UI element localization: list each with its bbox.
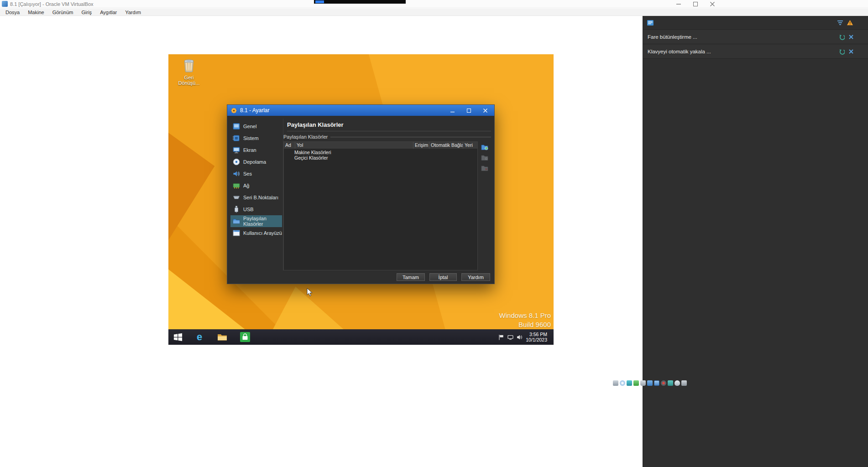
store-icon <box>240 332 250 342</box>
edit-shared-folder-icon[interactable] <box>481 153 489 161</box>
close-icon[interactable] <box>848 48 854 55</box>
undo-icon[interactable] <box>838 34 845 40</box>
usb-status-icon[interactable] <box>640 380 646 386</box>
general-icon <box>232 122 241 130</box>
remove-shared-folder-icon[interactable] <box>481 164 489 172</box>
internet-explorer-button[interactable]: e <box>192 329 207 345</box>
table-row[interactable]: Makine Klasörleri <box>284 150 477 155</box>
notifications-log-icon[interactable] <box>647 19 654 28</box>
sidebar-item-sistem[interactable]: Sistem <box>230 132 282 144</box>
sidebar-item-ekran[interactable]: Ekran <box>230 144 282 156</box>
column-header-erisim[interactable]: Erişim <box>413 142 429 149</box>
sidebar-item-label: Genel <box>243 124 256 129</box>
menu-makine[interactable]: Makine <box>24 9 48 16</box>
sidebar-item-depolama[interactable]: Depolama <box>230 156 282 168</box>
store-button[interactable] <box>237 329 253 345</box>
sidebar-item-usb[interactable]: USB <box>230 203 282 215</box>
keyboard-status-icon[interactable] <box>681 380 687 386</box>
start-button[interactable] <box>170 329 186 345</box>
hdd-icon[interactable] <box>613 380 618 386</box>
notification-panel-header <box>643 16 868 30</box>
notification-panel: Fare bütünleştirme ... Klavyeyi otomatik… <box>643 16 868 467</box>
sidebar-item-seri-noktalari[interactable]: Seri B.Noktaları <box>230 192 282 203</box>
sidebar-item-label: Kullanıcı Arayüzü <box>243 230 282 236</box>
shared-folders-icon <box>232 217 241 225</box>
filter-icon[interactable] <box>837 20 843 28</box>
user-interface-icon <box>232 229 241 237</box>
menu-dosya[interactable]: Dosya <box>1 9 24 16</box>
warning-icon[interactable] <box>847 19 853 28</box>
minimize-icon[interactable] <box>670 0 687 8</box>
table-header: Ad Yol Erişim Otomatik Bağla Yeri <box>284 142 477 149</box>
system-tray: 3:56 PM 10/1/2023 <box>498 329 547 345</box>
usb-icon <box>232 205 241 213</box>
volume-icon[interactable] <box>517 334 523 340</box>
mouse-cursor <box>307 288 313 299</box>
mouse-status-icon[interactable] <box>675 380 680 386</box>
menu-aygitlar[interactable]: Aygıtlar <box>96 9 121 16</box>
sidebar-item-ag[interactable]: Ağ <box>230 180 282 192</box>
sidebar-item-kullanici-arayuzu[interactable]: Kullanıcı Arayüzü <box>230 227 282 239</box>
undo-icon[interactable] <box>838 48 845 55</box>
recording-status-icon[interactable] <box>661 380 666 386</box>
display-icon <box>232 146 241 154</box>
column-header-otomatik-bagla[interactable]: Otomatik Bağla <box>429 142 463 149</box>
action-center-flag-icon[interactable] <box>498 334 504 340</box>
iptal-button[interactable]: İptal <box>429 273 457 281</box>
sidebar-item-label: Sistem <box>243 135 259 141</box>
sidebar-item-label: Ses <box>243 171 252 176</box>
virtualbox-app-icon <box>2 1 8 7</box>
close-icon[interactable] <box>704 0 721 8</box>
sidebar-item-ses[interactable]: Ses <box>230 168 282 180</box>
shared-folder-toolbar <box>481 143 489 172</box>
recycle-bin[interactable]: Geri Dönüşü... <box>174 57 204 86</box>
recycle-bin-icon <box>182 57 196 73</box>
menu-bar: Dosya Makine Görünüm Giriş Aygıtlar Yard… <box>0 9 868 16</box>
sidebar-item-label: Seri B.Noktaları <box>243 195 278 200</box>
network-status-icon[interactable] <box>633 380 639 386</box>
clock-date: 10/1/2023 <box>526 337 547 342</box>
menu-yardim[interactable]: Yardım <box>121 9 145 16</box>
shared-folders-status-icon[interactable] <box>647 380 653 386</box>
sidebar-item-label: Ağ <box>243 183 249 188</box>
column-header-yol[interactable]: Yol <box>295 142 413 149</box>
column-header-ad[interactable]: Ad <box>284 142 295 149</box>
network-tray-icon[interactable] <box>507 334 513 340</box>
shared-folders-table[interactable]: Ad Yol Erişim Otomatik Bağla Yeri Makine… <box>283 141 478 270</box>
tamam-button[interactable]: Tamam <box>397 273 425 281</box>
table-row[interactable]: Geçici Klasörler <box>284 155 477 161</box>
audio-status-icon[interactable] <box>627 380 632 386</box>
sidebar-item-genel[interactable]: Genel <box>230 120 282 132</box>
display-status-icon[interactable] <box>654 380 659 386</box>
dialog-titlebar[interactable]: 8.1 - Ayarlar <box>227 105 494 116</box>
taskbar-clock[interactable]: 3:56 PM 10/1/2023 <box>526 332 547 342</box>
close-icon[interactable] <box>848 34 854 40</box>
folder-icon <box>217 333 227 341</box>
maximize-icon[interactable] <box>687 0 704 8</box>
menu-giris[interactable]: Giriş <box>78 9 96 16</box>
window-title: 8.1 [Çalışıyor] - Oracle VM VirtualBox <box>10 1 94 7</box>
menu-gorunum[interactable]: Görünüm <box>48 9 78 16</box>
recycle-bin-label-line2: Dönüşü... <box>174 80 204 86</box>
settings-nav: Genel Sistem Ekran Depolama Ses <box>230 120 282 239</box>
notification-label: Fare bütünleştirme ... <box>648 30 697 44</box>
status-bar-icons <box>613 380 687 386</box>
add-shared-folder-icon[interactable] <box>481 143 489 151</box>
dialog-close-icon[interactable] <box>477 105 493 116</box>
notification-row: Klavyeyi otomatik yakala ... <box>643 44 868 59</box>
notification-row: Fare bütünleştirme ... <box>643 30 868 44</box>
audio-icon <box>232 170 241 178</box>
dialog-window-controls <box>444 105 493 116</box>
sidebar-item-paylasilan-klasorler[interactable]: Paylaşılan Klasörler <box>230 215 282 227</box>
sidebar-item-label: USB <box>243 207 254 212</box>
column-header-yeri[interactable]: Yeri <box>463 142 477 149</box>
virtualbox-window: 8.1 [Çalışıyor] - Oracle VM VirtualBox D… <box>0 0 868 467</box>
guest-taskbar: e <box>168 329 554 345</box>
dialog-maximize-icon[interactable] <box>460 105 477 116</box>
yardim-button[interactable]: Yardım <box>461 273 490 281</box>
features-status-icon[interactable] <box>668 380 673 386</box>
file-explorer-button[interactable] <box>214 329 230 345</box>
dialog-minimize-icon[interactable] <box>444 105 460 116</box>
system-icon <box>232 134 241 142</box>
optical-disk-icon[interactable] <box>620 380 625 386</box>
